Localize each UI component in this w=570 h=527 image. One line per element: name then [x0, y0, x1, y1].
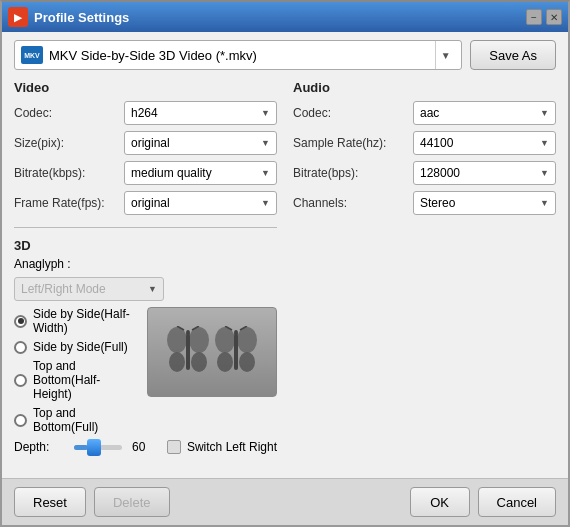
window-content: MKV MKV Side-by-Side 3D Video (*.mkv) ▼ …: [2, 32, 568, 478]
video-codec-row: Codec: h264 ▼: [14, 101, 277, 125]
radio-label-side-half: Side by Side(Half-Width): [33, 307, 139, 335]
svg-point-0: [167, 327, 187, 353]
anaglyph-label: Anaglyph :: [14, 257, 84, 271]
minimize-button[interactable]: −: [526, 9, 542, 25]
anaglyph-row: Anaglyph :: [14, 257, 277, 271]
butterfly-right: [215, 326, 257, 378]
video-codec-arrow: ▼: [261, 108, 270, 118]
video-codec-label: Codec:: [14, 106, 124, 120]
radio-circle-side-half: [14, 315, 27, 328]
video-framerate-row: Frame Rate(fps): original ▼: [14, 191, 277, 215]
mode-preview-row: Side by Side(Half-Width)Side by Side(Ful…: [14, 307, 277, 434]
audio-bitrate-row: Bitrate(bps): 128000 ▼: [293, 161, 556, 185]
svg-point-1: [169, 352, 185, 372]
close-button[interactable]: ✕: [546, 9, 562, 25]
video-codec-value: h264: [131, 106, 257, 120]
switch-lr-label: Switch Left Right: [187, 440, 277, 454]
video-size-row: Size(pix): original ▼: [14, 131, 277, 155]
video-bitrate-value: medium quality: [131, 166, 257, 180]
radio-option-side-half[interactable]: Side by Side(Half-Width): [14, 307, 139, 335]
profile-select-text: MKV Side-by-Side 3D Video (*.mkv): [49, 48, 435, 63]
cancel-button[interactable]: Cancel: [478, 487, 556, 517]
svg-point-11: [239, 352, 255, 372]
svg-point-5: [186, 330, 190, 336]
radio-option-top-full[interactable]: Top and Bottom(Full): [14, 406, 139, 434]
butterfly-left: [167, 326, 209, 378]
mkv-icon: MKV: [21, 46, 43, 64]
svg-rect-12: [234, 334, 238, 370]
svg-point-2: [189, 327, 209, 353]
video-codec-select[interactable]: h264 ▼: [124, 101, 277, 125]
settings-columns: Video Codec: h264 ▼ Size(pix): original …: [14, 80, 556, 470]
bottom-bar: Reset Delete OK Cancel: [2, 478, 568, 525]
audio-samplerate-row: Sample Rate(hz): 44100 ▼: [293, 131, 556, 155]
video-size-arrow: ▼: [261, 138, 270, 148]
video-bitrate-select[interactable]: medium quality ▼: [124, 161, 277, 185]
delete-button: Delete: [94, 487, 170, 517]
switch-lr: Switch Left Right: [167, 440, 277, 454]
video-bitrate-row: Bitrate(kbps): medium quality ▼: [14, 161, 277, 185]
radio-circle-side-full: [14, 341, 27, 354]
main-window: ▶ Profile Settings − ✕ MKV MKV Side-by-S…: [0, 0, 570, 527]
audio-channels-value: Stereo: [420, 196, 536, 210]
video-bitrate-arrow: ▼: [261, 168, 270, 178]
video-bitrate-label: Bitrate(kbps):: [14, 166, 124, 180]
audio-column: Audio Codec: aac ▼ Sample Rate(hz): 4410…: [293, 80, 556, 470]
audio-channels-select[interactable]: Stereo ▼: [413, 191, 556, 215]
svg-point-8: [215, 327, 235, 353]
window-controls: − ✕: [526, 9, 562, 25]
audio-bitrate-select[interactable]: 128000 ▼: [413, 161, 556, 185]
depth-slider[interactable]: [74, 445, 122, 450]
video-column: Video Codec: h264 ▼ Size(pix): original …: [14, 80, 277, 470]
profile-select-arrow[interactable]: ▼: [435, 41, 455, 69]
audio-codec-value: aac: [420, 106, 536, 120]
audio-codec-select[interactable]: aac ▼: [413, 101, 556, 125]
depth-slider-fill: [74, 445, 88, 450]
audio-codec-label: Codec:: [293, 106, 413, 120]
svg-point-3: [191, 352, 207, 372]
video-section-label: Video: [14, 80, 277, 95]
divider: [14, 227, 277, 228]
audio-bitrate-value: 128000: [420, 166, 536, 180]
profile-select[interactable]: MKV MKV Side-by-Side 3D Video (*.mkv) ▼: [14, 40, 462, 70]
audio-samplerate-value: 44100: [420, 136, 536, 150]
depth-row: Depth: 60 Switch Left Right: [14, 440, 277, 454]
audio-section-label: Audio: [293, 80, 556, 95]
radio-circle-top-half: [14, 374, 27, 387]
video-framerate-value: original: [131, 196, 257, 210]
audio-samplerate-select[interactable]: 44100 ▼: [413, 131, 556, 155]
video-size-select[interactable]: original ▼: [124, 131, 277, 155]
radio-option-side-full[interactable]: Side by Side(Full): [14, 340, 139, 354]
audio-bitrate-label: Bitrate(bps):: [293, 166, 413, 180]
audio-channels-label: Channels:: [293, 196, 413, 210]
video-framerate-arrow: ▼: [261, 198, 270, 208]
threed-section-label: 3D: [14, 238, 277, 253]
audio-samplerate-label: Sample Rate(hz):: [293, 136, 413, 150]
mode-options-list: Side by Side(Half-Width)Side by Side(Ful…: [14, 307, 139, 434]
video-framerate-select[interactable]: original ▼: [124, 191, 277, 215]
radio-label-top-full: Top and Bottom(Full): [33, 406, 139, 434]
anaglyph-placeholder: Left/Right Mode: [21, 282, 148, 296]
app-icon: ▶: [8, 7, 28, 27]
window-title: Profile Settings: [34, 10, 526, 25]
save-as-button[interactable]: Save As: [470, 40, 556, 70]
audio-samplerate-arrow: ▼: [540, 138, 549, 148]
audio-bitrate-arrow: ▼: [540, 168, 549, 178]
anaglyph-select[interactable]: Left/Right Mode ▼: [14, 277, 164, 301]
radio-circle-top-full: [14, 414, 27, 427]
audio-channels-row: Channels: Stereo ▼: [293, 191, 556, 215]
video-size-value: original: [131, 136, 257, 150]
radio-option-top-half[interactable]: Top and Bottom(Half-Height): [14, 359, 139, 401]
audio-channels-arrow: ▼: [540, 198, 549, 208]
svg-point-13: [234, 330, 238, 336]
reset-button[interactable]: Reset: [14, 487, 86, 517]
anaglyph-arrow: ▼: [148, 284, 157, 294]
video-size-label: Size(pix):: [14, 136, 124, 150]
svg-point-9: [217, 352, 233, 372]
ok-button[interactable]: OK: [410, 487, 470, 517]
audio-codec-row: Codec: aac ▼: [293, 101, 556, 125]
depth-slider-thumb[interactable]: [87, 439, 101, 456]
audio-codec-arrow: ▼: [540, 108, 549, 118]
radio-label-side-full: Side by Side(Full): [33, 340, 128, 354]
switch-lr-checkbox[interactable]: [167, 440, 181, 454]
